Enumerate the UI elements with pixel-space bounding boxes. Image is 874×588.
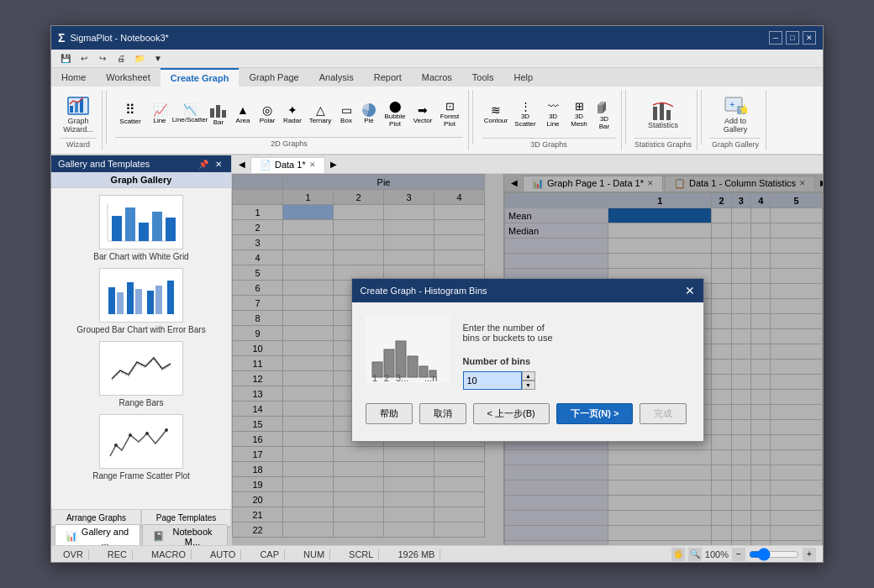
svg-rect-32 — [167, 281, 174, 314]
quick-access-toolbar: 💾 ↩ ↪ 🖨 📁 ▼ — [51, 50, 823, 68]
doc-tab-prev-button[interactable]: ◀ — [235, 155, 249, 173]
tab-help[interactable]: Help — [504, 68, 544, 87]
svg-rect-30 — [147, 291, 154, 314]
gallery-thumb-2 — [99, 268, 183, 323]
radar-icon: ✦ — [287, 103, 297, 117]
nb-tab-notebook-icon: 📓 — [153, 531, 165, 542]
qa-redo-button[interactable]: ↪ — [95, 51, 110, 66]
line-button[interactable]: 📈 Line — [146, 92, 173, 134]
dialog-bins-label: Number of bins — [463, 356, 690, 366]
3d-scatter-button[interactable]: ⋮ 3DScatter — [511, 93, 540, 135]
bar-button[interactable]: Bar — [207, 92, 230, 134]
qa-save-button[interactable]: 💾 — [58, 51, 73, 66]
graph-wizard-button[interactable]: GraphWizard... — [60, 92, 97, 136]
back-button[interactable]: < 上一步(B) — [473, 403, 550, 424]
3d-scatter-label: 3DScatter — [514, 113, 535, 128]
box-button[interactable]: ▭ Box — [335, 92, 357, 134]
add-to-gallery-label: Add toGallery — [724, 118, 748, 134]
finish-button[interactable]: 完成 — [640, 403, 687, 424]
add-to-gallery-button[interactable]: +⭐ Add toGallery — [710, 92, 761, 136]
svg-rect-2 — [75, 102, 78, 113]
scatter-button[interactable]: ⠿ Scatter — [115, 92, 145, 134]
maximize-button[interactable]: □ — [786, 31, 799, 45]
3d-bar-button[interactable]: 3DBar — [592, 93, 616, 135]
doc-area: Pie 1 2 3 4 1 2 — [232, 174, 823, 545]
gallery-item-bar-white-grid[interactable]: Bar Chart with White Grid — [58, 195, 224, 261]
svg-text:...n: ...n — [424, 373, 437, 383]
sidebar-close-button[interactable]: ✕ — [213, 160, 224, 169]
qa-dropdown-button[interactable]: ▼ — [150, 51, 166, 66]
doc-tab-next-button[interactable]: ▶ — [327, 155, 340, 173]
close-button[interactable]: ✕ — [803, 31, 816, 45]
nb-tab-notebook[interactable]: 📓 Notebook M... — [142, 524, 228, 546]
app-logo: Σ — [58, 31, 65, 45]
zoom-out-button[interactable]: − — [732, 548, 745, 561]
sidebar-header: Gallery and Templates 📌 ✕ — [51, 155, 231, 172]
spinner-up-button[interactable]: ▲ — [522, 371, 535, 381]
line-scatter-button[interactable]: 📉 Line/Scatter — [174, 92, 206, 134]
ribbon-group-2d: ⠿ Scatter 📈 Line 📉 Line/Scatter Bar — [110, 90, 469, 150]
next-button[interactable]: 下一页(N) > — [556, 403, 634, 424]
qa-print-button[interactable]: 🖨 — [113, 51, 129, 66]
dialog-bins-input[interactable] — [463, 371, 522, 390]
pie-button[interactable]: Pie — [358, 92, 380, 134]
tab-macros[interactable]: Macros — [412, 68, 462, 87]
3d-bar-icon — [596, 98, 613, 115]
bubble-plot-button[interactable]: ⬤ BubblePlot — [381, 92, 409, 134]
qa-open-button[interactable]: 📁 — [132, 51, 147, 66]
tab-tools[interactable]: Tools — [462, 68, 504, 87]
gallery-item-grouped-bar[interactable]: Grouped Bar Chart with Error Bars — [58, 268, 224, 334]
tab-analysis[interactable]: Analysis — [309, 68, 364, 87]
3d-mesh-label: 3DMesh — [571, 113, 587, 128]
zoom-in-button[interactable]: + — [803, 548, 816, 561]
minimize-button[interactable]: ─ — [769, 31, 782, 45]
nb-tab-gallery-label: Gallery and ... — [81, 527, 129, 546]
tab-report[interactable]: Report — [364, 68, 412, 87]
statistics-button[interactable]: Statistics — [638, 92, 688, 136]
tab-home[interactable]: Home — [51, 68, 96, 87]
3d-line-button[interactable]: 〰 3DLine — [540, 93, 566, 135]
svg-rect-42 — [396, 341, 406, 377]
tab-create-graph[interactable]: Create Graph — [161, 68, 240, 87]
gallery-item-range-bars[interactable]: Range Bars — [58, 341, 224, 407]
sidebar-pin-button[interactable]: 📌 — [196, 160, 211, 169]
3d-mesh-button[interactable]: ⊞ 3DMesh — [566, 93, 592, 135]
contour-button[interactable]: ≋ Contour — [482, 93, 510, 135]
qa-undo-button[interactable]: ↩ — [76, 51, 92, 66]
tab-graph-page[interactable]: Graph Page — [239, 68, 308, 87]
radar-button[interactable]: ✦ Radar — [280, 92, 305, 134]
cancel-button[interactable]: 取消 — [419, 403, 466, 424]
zoom-search-button[interactable]: 🔍 — [688, 548, 702, 561]
ribbon-group-3d: ≋ Contour ⋮ 3DScatter 〰 3DLine ⊞ 3DMesh — [476, 90, 622, 150]
ternary-icon: △ — [316, 103, 325, 117]
3d-line-icon: 〰 — [548, 100, 559, 113]
zoom-level: 100% — [705, 549, 729, 559]
tab-worksheet[interactable]: Worksheet — [96, 68, 160, 87]
forest-plot-button[interactable]: ⊡ ForestPlot — [436, 92, 463, 134]
zoom-pan-button[interactable]: 🖐 — [671, 548, 685, 561]
3d-group-label: 3D Graphs — [482, 138, 616, 149]
vector-icon: ➡ — [418, 103, 428, 117]
help-button[interactable]: 帮助 — [366, 403, 413, 424]
ribbon-tab-bar: Home Worksheet Create Graph Graph Page A… — [51, 68, 823, 87]
zoom-slider[interactable] — [749, 548, 799, 561]
gallery-item-scatter[interactable]: Range Frame Scatter Plot — [58, 414, 224, 480]
svg-rect-11 — [660, 103, 664, 120]
ribbon: Home Worksheet Create Graph Graph Page A… — [51, 68, 823, 155]
status-num: NUM — [298, 549, 330, 559]
vector-button[interactable]: ➡ Vector — [410, 92, 435, 134]
ternary-button[interactable]: △ Ternary — [306, 92, 334, 134]
doc-tab-data1[interactable]: 📄 Data 1* ✕ — [250, 157, 325, 173]
area-button[interactable]: ▲ Area — [231, 92, 255, 134]
nb-tab-gallery-icon: 📊 — [66, 531, 77, 542]
polar-button[interactable]: ◎ Polar — [255, 92, 279, 134]
status-memory: 1926 MB — [392, 549, 440, 559]
ribbon-divider-1 — [106, 90, 107, 144]
dialog-close-button[interactable]: ✕ — [685, 284, 695, 297]
nb-tab-gallery[interactable]: 📊 Gallery and ... — [55, 524, 140, 546]
doc-tab-data1-close[interactable]: ✕ — [309, 160, 316, 169]
svg-text:2: 2 — [384, 373, 389, 383]
gallery-items: Bar Chart with White Grid — [51, 188, 231, 509]
spinner-down-button[interactable]: ▼ — [522, 381, 535, 390]
gallery-title: Graph Gallery — [51, 172, 231, 188]
